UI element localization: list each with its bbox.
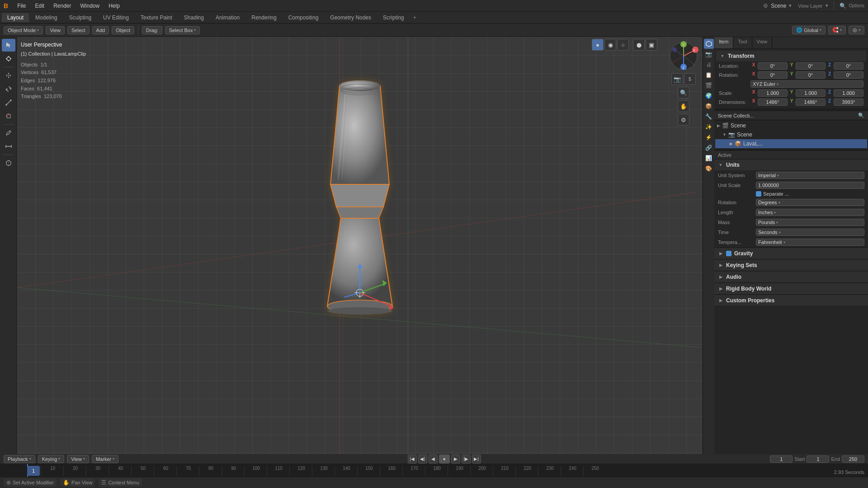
item-tab[interactable]: Item xyxy=(714,37,733,48)
jump-end-btn[interactable]: ▶| xyxy=(472,455,481,464)
hand-btn[interactable]: ✋ xyxy=(678,100,689,112)
timeline-ruler[interactable]: 1 10 20 30 40 50 60 70 80 90 100 110 120… xyxy=(0,464,868,477)
xray-btn[interactable]: ▣ xyxy=(646,39,657,51)
marker-btn[interactable]: Marker ▾ xyxy=(92,455,118,463)
end-frame-input[interactable]: 250 xyxy=(842,455,864,463)
options-label[interactable]: Options xyxy=(849,3,864,8)
add-cube-btn[interactable] xyxy=(2,157,15,169)
prev-keyframe-btn[interactable]: ◀| xyxy=(418,455,427,464)
lava-lamp-model[interactable] xyxy=(306,58,414,339)
measure-tool-btn[interactable] xyxy=(2,140,15,153)
rotation-x-input[interactable]: 0° xyxy=(758,71,788,79)
length-dropdown[interactable]: Inches ▾ xyxy=(756,209,864,216)
move-tool-btn[interactable] xyxy=(2,69,15,82)
tab-shading[interactable]: Shading xyxy=(179,13,209,22)
gravity-header[interactable]: ▶ Gravity xyxy=(714,248,868,259)
play-btn[interactable]: ▶ xyxy=(451,455,460,464)
tab-rendering[interactable]: Rendering xyxy=(246,13,282,22)
viewport-shading-rendered[interactable]: ○ xyxy=(617,39,629,51)
camera-view-btn[interactable]: 📷 xyxy=(671,73,683,85)
mass-dropdown[interactable]: Pounds ▾ xyxy=(756,219,864,226)
keying-btn[interactable]: Keying ▾ xyxy=(38,455,65,463)
rigid-body-header[interactable]: ▶ Rigid Body World xyxy=(714,283,868,294)
snap-btn[interactable]: 🧲 ▾ xyxy=(828,26,846,34)
object-btn[interactable]: Object xyxy=(112,26,134,34)
rotation-y-input[interactable]: 0° xyxy=(796,71,826,79)
prop-particles-btn[interactable]: ✨ xyxy=(704,122,714,132)
object-mode-btn[interactable]: Object Mode ▾ xyxy=(4,26,43,34)
scene-collection-search-icon[interactable]: 🔍 xyxy=(858,113,864,118)
audio-header[interactable]: ▶ Audio xyxy=(714,272,868,282)
search-icon[interactable]: 🔍 xyxy=(840,3,846,9)
add-btn[interactable]: Add xyxy=(92,26,109,34)
tab-compositing[interactable]: Compositing xyxy=(283,13,324,22)
tab-texture-paint[interactable]: Texture Paint xyxy=(135,13,178,22)
prop-view-layer-btn[interactable]: 📋 xyxy=(704,70,714,80)
time-dropdown[interactable]: Seconds ▾ xyxy=(756,229,864,236)
rotation-z-input[interactable]: 0° xyxy=(834,71,863,79)
keying-sets-header[interactable]: ▶ Keying Sets xyxy=(714,260,868,271)
rotation-units-dropdown[interactable]: Degrees ▾ xyxy=(756,199,864,206)
menu-render[interactable]: Render xyxy=(50,2,75,10)
drag-select-btn[interactable]: Select Box ▾ xyxy=(165,26,200,34)
tab-sculpting[interactable]: Sculpting xyxy=(64,13,97,22)
jump-start-btn[interactable]: |◀ xyxy=(408,455,417,464)
viewport-area[interactable]: User Perspective (1) Collection | LavaLa… xyxy=(17,37,703,454)
unit-scale-input[interactable]: 1.000000 xyxy=(756,182,864,189)
unit-system-dropdown[interactable]: Imperial ▾ xyxy=(756,172,864,179)
transform-tool-btn[interactable] xyxy=(2,110,15,122)
separate-checkbox[interactable] xyxy=(756,191,761,197)
step-back-btn[interactable]: ◀ xyxy=(429,455,438,464)
menu-help[interactable]: Help xyxy=(105,2,123,10)
dim-z-input[interactable]: 3993° xyxy=(834,99,863,106)
prop-scene-settings-btn[interactable]: 🎬 xyxy=(704,80,714,90)
gravity-checkbox[interactable] xyxy=(726,251,731,256)
custom-props-header[interactable]: ▶ Custom Properties xyxy=(714,295,868,306)
current-frame-input[interactable]: 1 xyxy=(770,455,793,463)
cursor-tool-btn[interactable] xyxy=(2,52,15,65)
prop-render-btn[interactable]: 📷 xyxy=(704,49,714,59)
perspective-btn[interactable]: 5 xyxy=(684,73,696,85)
location-z-input[interactable]: 0° xyxy=(834,62,863,70)
tab-scripting[interactable]: Scripting xyxy=(377,13,410,22)
menu-file[interactable]: File xyxy=(14,2,29,10)
tab-layout[interactable]: Layout xyxy=(2,13,29,22)
prop-object-btn[interactable]: 📦 xyxy=(704,101,714,111)
tab-modeling[interactable]: Modeling xyxy=(30,13,63,22)
tab-animation[interactable]: Animation xyxy=(210,13,245,22)
transform-header[interactable]: ▼ Transform xyxy=(716,51,866,61)
temperature-dropdown[interactable]: Fahrenheit ▾ xyxy=(756,239,864,246)
tool-tab[interactable]: Tool xyxy=(733,37,752,48)
prop-modifier-btn[interactable]: 🔧 xyxy=(704,112,714,122)
prop-physics-btn[interactable]: ⚡ xyxy=(704,132,714,142)
viewport-shading-solid[interactable]: ● xyxy=(592,39,604,51)
units-header[interactable]: ▼ Units xyxy=(714,160,868,170)
menu-edit[interactable]: Edit xyxy=(31,2,48,10)
start-frame-input[interactable]: 1 xyxy=(807,455,829,463)
add-workspace-btn[interactable]: + xyxy=(410,14,419,22)
scene-inner-item[interactable]: ▼ 📷 Scene xyxy=(715,130,867,139)
dim-y-input[interactable]: 1486° xyxy=(796,99,826,106)
viewport-shading-material[interactable]: ◉ xyxy=(604,39,616,51)
navigation-gizmo[interactable]: X Y Z xyxy=(668,41,699,71)
filter-btn[interactable]: ⚙ xyxy=(678,114,689,126)
tab-uv-editing[interactable]: UV Editing xyxy=(98,13,134,22)
select-tool-btn[interactable] xyxy=(2,39,15,52)
scene-item[interactable]: ▶ 🎬 Scene xyxy=(715,121,867,130)
proportional-btn[interactable]: ◎ ▾ xyxy=(849,26,864,34)
view-tab[interactable]: View xyxy=(752,37,773,48)
view-layer-dropdown-arrow[interactable]: ▾ xyxy=(826,3,828,9)
tab-geometry-nodes[interactable]: Geometry Nodes xyxy=(325,13,377,22)
scale-y-input[interactable]: 1.000 xyxy=(796,89,826,97)
timeline-view-btn[interactable]: View ▾ xyxy=(67,455,89,463)
stop-btn[interactable]: ● xyxy=(439,455,450,464)
scale-z-input[interactable]: 1.000 xyxy=(834,89,863,97)
prop-data-btn[interactable]: 📊 xyxy=(704,153,714,163)
scale-tool-btn[interactable] xyxy=(2,96,15,109)
prop-constraints-btn[interactable]: 🔗 xyxy=(704,143,714,153)
next-keyframe-btn[interactable]: |▶ xyxy=(462,455,471,464)
playback-btn[interactable]: Playback ▾ xyxy=(4,455,35,463)
overlay-btn[interactable]: ⬤ xyxy=(633,39,645,51)
prop-scene-btn[interactable] xyxy=(704,39,714,49)
orientation-btn[interactable]: 🌐 Global ▾ xyxy=(792,26,826,34)
